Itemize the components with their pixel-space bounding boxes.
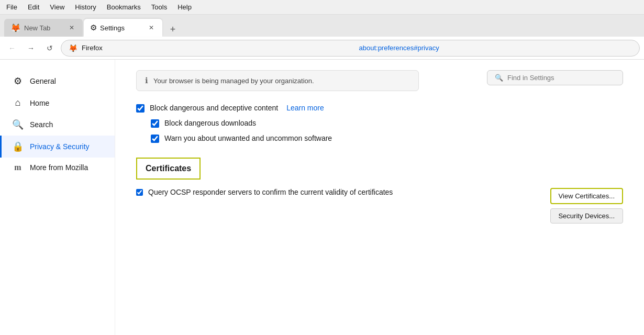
nav-bar: ← → ↺ 🦊 Firefox about:preferences#privac… xyxy=(0,37,644,60)
view-certificates-button[interactable]: View Certificates... xyxy=(550,188,623,204)
new-tab-button[interactable]: + xyxy=(165,22,180,37)
settings-tab-icon: ⚙ xyxy=(90,23,97,32)
menu-bookmarks[interactable]: Bookmarks xyxy=(105,2,143,12)
forward-button[interactable]: → xyxy=(23,40,39,56)
url-bar[interactable]: 🦊 Firefox about:preferences#privacy xyxy=(61,40,640,57)
ocsp-label: Query OCSP responder servers to confirm … xyxy=(148,188,393,196)
sidebar-item-home[interactable]: ⌂ Home xyxy=(0,92,115,114)
sidebar-item-mozilla[interactable]: m More from Mozilla xyxy=(0,158,115,177)
sidebar-item-privacy[interactable]: 🔒 Privacy & Security xyxy=(0,136,115,158)
menu-history[interactable]: History xyxy=(73,2,98,12)
back-button[interactable]: ← xyxy=(4,40,20,56)
tab-settings-label: Settings xyxy=(100,24,125,32)
cert-buttons: View Certificates... Security Devices... xyxy=(550,188,623,224)
learn-more-link[interactable]: Learn more xyxy=(286,104,324,112)
ocsp-checkbox[interactable] xyxy=(136,189,143,196)
tab-new-tab-label: New Tab xyxy=(24,24,50,32)
menu-help[interactable]: Help xyxy=(175,2,194,12)
home-icon: ⌂ xyxy=(12,97,24,108)
firefox-tab-icon: 🦊 xyxy=(10,23,21,33)
tab-new-tab-close[interactable]: ✕ xyxy=(67,23,76,32)
firefox-url-icon: 🦊 xyxy=(69,44,77,52)
dangerous-content-row: Block dangerous and deceptive content Le… xyxy=(136,104,623,113)
sidebar-item-general[interactable]: ⚙ General xyxy=(0,70,115,92)
dangerous-content-label: Block dangerous and deceptive content xyxy=(150,104,278,112)
tab-new-tab[interactable]: 🦊 New Tab ✕ xyxy=(4,19,83,37)
org-banner: ℹ Your browser is being managed by your … xyxy=(136,70,419,91)
menu-tools[interactable]: Tools xyxy=(149,2,169,12)
dangerous-content-checkbox[interactable] xyxy=(136,104,145,113)
info-icon: ℹ xyxy=(145,76,148,85)
unwanted-software-checkbox[interactable] xyxy=(151,135,159,143)
tab-settings[interactable]: ⚙ Settings ✕ xyxy=(84,19,162,37)
sidebar-privacy-label: Privacy & Security xyxy=(30,142,90,151)
lock-icon: 🔒 xyxy=(12,141,24,152)
menu-view[interactable]: View xyxy=(48,2,66,12)
menu-file[interactable]: File xyxy=(4,2,19,12)
certificates-section: Certificates Query OCSP responder server… xyxy=(136,158,623,224)
cert-left: Query OCSP responder servers to confirm … xyxy=(136,188,540,196)
security-devices-button[interactable]: Security Devices... xyxy=(550,208,623,224)
sidebar-search-label: Search xyxy=(30,120,53,129)
sidebar-home-label: Home xyxy=(30,99,49,107)
menu-bar: File Edit View History Bookmarks Tools H… xyxy=(0,0,644,15)
dangerous-content-section: Block dangerous and deceptive content Le… xyxy=(136,104,623,143)
url-address: about:preferences#privacy xyxy=(359,44,632,52)
reload-button[interactable]: ↺ xyxy=(42,40,58,56)
find-search-icon: 🔍 xyxy=(495,74,503,82)
page: ⚙ General ⌂ Home 🔍 Search 🔒 Privacy & Se… xyxy=(0,60,644,335)
dangerous-downloads-checkbox[interactable] xyxy=(151,119,159,128)
sidebar-mozilla-label: More from Mozilla xyxy=(30,163,88,172)
search-icon: 🔍 xyxy=(12,119,24,130)
tab-settings-close[interactable]: ✕ xyxy=(147,23,156,32)
sidebar-general-label: General xyxy=(30,77,56,85)
sidebar: ⚙ General ⌂ Home 🔍 Search 🔒 Privacy & Se… xyxy=(0,60,115,335)
unwanted-software-row: Warn you about unwanted and uncommon sof… xyxy=(151,134,623,143)
org-banner-text: Your browser is being managed by your or… xyxy=(153,77,314,85)
dangerous-downloads-label: Block dangerous downloads xyxy=(164,119,256,127)
url-firefox-label: Firefox xyxy=(82,44,355,52)
tab-bar: 🦊 New Tab ✕ ⚙ Settings ✕ + xyxy=(0,15,644,37)
certificates-row: Query OCSP responder servers to confirm … xyxy=(136,188,623,224)
find-in-settings-input[interactable] xyxy=(507,74,615,82)
find-in-settings-bar: 🔍 xyxy=(487,70,623,85)
certificates-heading: Certificates xyxy=(136,158,201,180)
unwanted-software-label: Warn you about unwanted and uncommon sof… xyxy=(164,134,332,142)
dangerous-downloads-row: Block dangerous downloads xyxy=(151,119,623,128)
gear-icon: ⚙ xyxy=(12,75,24,87)
menu-edit[interactable]: Edit xyxy=(26,2,41,12)
sidebar-item-search[interactable]: 🔍 Search xyxy=(0,114,115,136)
mozilla-icon: m xyxy=(12,163,24,172)
main-content: 🔍 ℹ Your browser is being managed by you… xyxy=(115,60,644,335)
